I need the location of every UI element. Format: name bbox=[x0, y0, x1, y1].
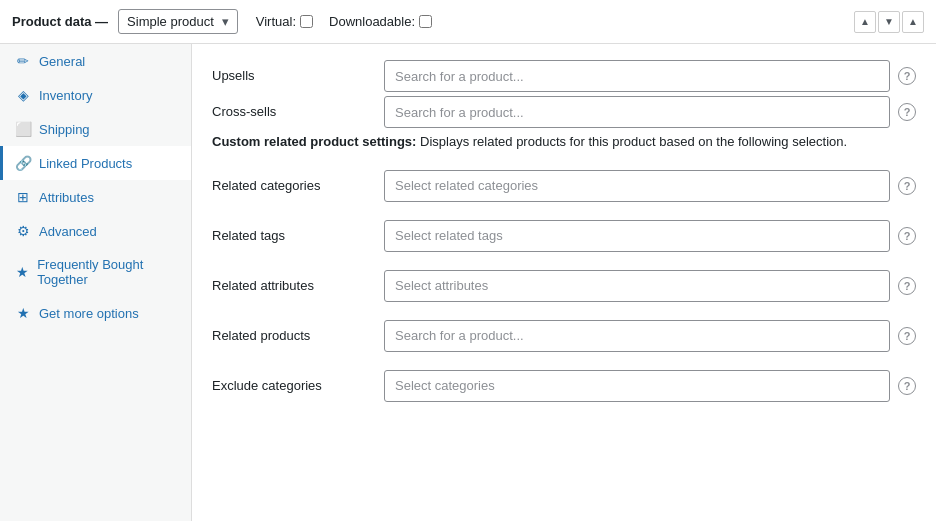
upsells-input-wrap: ? bbox=[384, 60, 916, 92]
custom-settings-rest: Displays related products for this produ… bbox=[416, 134, 847, 149]
sidebar-item-shipping[interactable]: ⬜ Shipping bbox=[0, 112, 191, 146]
sidebar-item-general[interactable]: ✏ General bbox=[0, 44, 191, 78]
sidebar-label-shipping: Shipping bbox=[39, 122, 90, 137]
downloadable-checkbox-item: Downloadable: bbox=[329, 14, 432, 29]
sidebar-label-get-more: Get more options bbox=[39, 306, 139, 321]
related-categories-input-wrap: ? bbox=[384, 170, 916, 202]
exclude-categories-label: Exclude categories bbox=[212, 370, 372, 393]
related-attributes-input-wrap: ? bbox=[384, 270, 916, 302]
diamond-icon: ◈ bbox=[15, 87, 31, 103]
related-attributes-help-icon[interactable]: ? bbox=[898, 277, 916, 295]
sidebar-item-linked-products[interactable]: 🔗 Linked Products bbox=[0, 146, 191, 180]
downloadable-label: Downloadable: bbox=[329, 14, 415, 29]
upsells-label: Upsells bbox=[212, 60, 372, 83]
upsells-help-icon[interactable]: ? bbox=[898, 67, 916, 85]
exclude-categories-input-wrap: ? bbox=[384, 370, 916, 402]
related-products-input-wrap: ? bbox=[384, 320, 916, 352]
sidebar-label-general: General bbox=[39, 54, 85, 69]
sidebar-item-attributes[interactable]: ⊞ Attributes bbox=[0, 180, 191, 214]
related-attributes-input[interactable] bbox=[384, 270, 890, 302]
product-data-label: Product data — bbox=[12, 14, 108, 29]
crosssells-label: Cross-sells bbox=[212, 96, 372, 119]
exclude-categories-input[interactable] bbox=[384, 370, 890, 402]
sidebar-label-linked-products: Linked Products bbox=[39, 156, 132, 171]
crosssells-input[interactable] bbox=[384, 96, 890, 128]
exclude-categories-row: Exclude categories ? bbox=[212, 370, 916, 402]
custom-settings-bold: Custom related product settings: bbox=[212, 134, 416, 149]
sidebar-label-attributes: Attributes bbox=[39, 190, 94, 205]
sidebar-item-advanced[interactable]: ⚙ Advanced bbox=[0, 214, 191, 248]
crosssells-input-wrap: ? bbox=[384, 96, 916, 128]
related-attributes-row: Related attributes ? bbox=[212, 270, 916, 302]
related-categories-label: Related categories bbox=[212, 170, 372, 193]
content-area: Upsells ? Cross-sells ? Custom related p… bbox=[192, 44, 936, 521]
related-attributes-label: Related attributes bbox=[212, 270, 372, 293]
sidebar-item-frequently-bought[interactable]: ★ Frequently Bought Together bbox=[0, 248, 191, 296]
related-tags-row: Related tags ? bbox=[212, 220, 916, 252]
header-arrows: ▲ ▼ ▲ bbox=[854, 11, 924, 33]
gear-icon: ⚙ bbox=[15, 223, 31, 239]
star-icon: ★ bbox=[15, 264, 29, 280]
related-tags-input-wrap: ? bbox=[384, 220, 916, 252]
related-tags-help-icon[interactable]: ? bbox=[898, 227, 916, 245]
sidebar-label-frequently-bought: Frequently Bought Together bbox=[37, 257, 179, 287]
related-tags-label: Related tags bbox=[212, 220, 372, 243]
sidebar-label-advanced: Advanced bbox=[39, 224, 97, 239]
arrow-down-button[interactable]: ▼ bbox=[878, 11, 900, 33]
upsells-input[interactable] bbox=[384, 60, 890, 92]
virtual-checkbox-item: Virtual: bbox=[256, 14, 313, 29]
virtual-checkbox[interactable] bbox=[300, 15, 313, 28]
crosssells-help-icon[interactable]: ? bbox=[898, 103, 916, 121]
related-categories-input[interactable] bbox=[384, 170, 890, 202]
related-categories-help-icon[interactable]: ? bbox=[898, 177, 916, 195]
related-tags-input[interactable] bbox=[384, 220, 890, 252]
arrow-expand-button[interactable]: ▲ bbox=[902, 11, 924, 33]
related-products-row: Related products ? bbox=[212, 320, 916, 352]
pencil-icon: ✏ bbox=[15, 53, 31, 69]
chevron-down-icon: ▾ bbox=[222, 14, 229, 29]
truck-icon: ⬜ bbox=[15, 121, 31, 137]
downloadable-checkbox[interactable] bbox=[419, 15, 432, 28]
product-type-value: Simple product bbox=[127, 14, 214, 29]
virtual-downloadable-group: Virtual: Downloadable: bbox=[256, 14, 432, 29]
sidebar-item-inventory[interactable]: ◈ Inventory bbox=[0, 78, 191, 112]
arrow-up-button[interactable]: ▲ bbox=[854, 11, 876, 33]
grid-icon: ⊞ bbox=[15, 189, 31, 205]
link-icon: 🔗 bbox=[15, 155, 31, 171]
related-products-help-icon[interactable]: ? bbox=[898, 327, 916, 345]
product-data-header: Product data — Simple product ▾ Virtual:… bbox=[0, 0, 936, 44]
main-layout: ✏ General ◈ Inventory ⬜ Shipping 🔗 Linke… bbox=[0, 44, 936, 521]
virtual-label: Virtual: bbox=[256, 14, 296, 29]
exclude-categories-help-icon[interactable]: ? bbox=[898, 377, 916, 395]
upsells-row: Upsells ? bbox=[212, 60, 916, 92]
sidebar: ✏ General ◈ Inventory ⬜ Shipping 🔗 Linke… bbox=[0, 44, 192, 521]
custom-settings-note: Custom related product settings: Display… bbox=[212, 132, 916, 152]
crosssells-row: Cross-sells ? bbox=[212, 96, 916, 128]
product-type-dropdown[interactable]: Simple product ▾ bbox=[118, 9, 238, 34]
related-categories-row: Related categories ? bbox=[212, 170, 916, 202]
related-products-input[interactable] bbox=[384, 320, 890, 352]
sidebar-item-get-more[interactable]: ★ Get more options bbox=[0, 296, 191, 330]
sidebar-label-inventory: Inventory bbox=[39, 88, 92, 103]
related-products-label: Related products bbox=[212, 320, 372, 343]
plus-icon: ★ bbox=[15, 305, 31, 321]
